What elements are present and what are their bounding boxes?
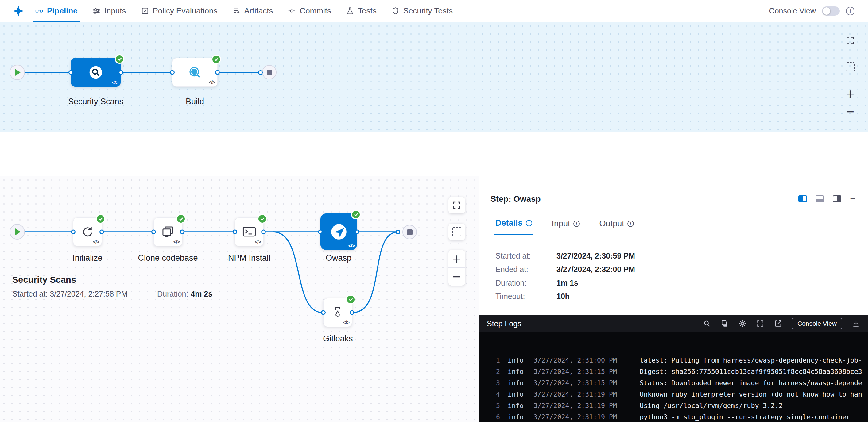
console-view-toggle[interactable] — [822, 6, 840, 15]
zoom-in-button[interactable]: + — [845, 87, 856, 101]
copy-icon[interactable] — [721, 320, 728, 328]
zoom-in-button[interactable]: + — [448, 250, 465, 268]
owasp-zap-icon — [329, 222, 348, 241]
step-node-gitleaks[interactable]: </> — [323, 298, 352, 327]
success-check-icon — [351, 210, 361, 219]
detail-value: 10h — [556, 292, 570, 301]
minus-icon: − — [453, 269, 461, 284]
layout-bottom-icon[interactable] — [815, 195, 824, 202]
nav-right-controls: Console View i — [769, 6, 855, 15]
stage-summary-bar: Security Scans Started at: 3/27/2024, 2:… — [0, 132, 868, 176]
tab-label: Commits — [300, 6, 331, 15]
step-graph-canvas[interactable]: </> Initialize </> Clone codebase </> — [0, 176, 479, 422]
step-node-owasp[interactable]: </> — [320, 214, 357, 250]
clone-codebase-icon — [161, 225, 175, 239]
fullscreen-icon[interactable] — [756, 320, 764, 328]
open-in-new-icon[interactable] — [774, 320, 782, 328]
info-icon[interactable]: i — [846, 7, 855, 15]
pipeline-start-node[interactable] — [9, 65, 25, 80]
detail-row: Ended at: 3/27/2024, 2:32:00 PM — [495, 262, 635, 276]
log-timestamp: 3/27/2024, 2:31:19 PM — [533, 402, 621, 410]
connector-dot — [71, 230, 75, 234]
collapse-panel-button[interactable]: − — [850, 194, 856, 204]
tab-inputs[interactable]: Inputs — [92, 0, 126, 22]
stage-node-security-scans[interactable]: </> — [71, 58, 121, 87]
stage-graph-canvas[interactable]: </> Security Scans </> Build + − — [0, 22, 868, 132]
step-details-panel: Step: Owasp − Details i Input i Output i — [479, 176, 868, 422]
step-type-code-glyph: </> — [343, 320, 349, 325]
tab-label: Pipeline — [47, 6, 78, 15]
download-icon[interactable] — [852, 320, 860, 328]
log-level: info — [508, 402, 533, 410]
gitleaks-drip-icon — [331, 306, 344, 319]
log-message: Using /usr/local/rvm/gems/ruby-3.2.2 — [640, 402, 783, 410]
log-level: info — [508, 379, 533, 387]
nav-tab-bar: Pipeline Inputs Policy Evaluations Artif… — [35, 0, 453, 22]
expand-canvas-button[interactable] — [845, 35, 856, 46]
layout-split-right-icon[interactable] — [833, 195, 841, 202]
stage-node-build[interactable]: </> — [172, 58, 218, 87]
console-view-button[interactable]: Console View — [792, 318, 842, 329]
plus-icon: + — [453, 252, 461, 266]
connector-dot — [258, 70, 263, 75]
step-type-code-glyph: </> — [174, 239, 180, 245]
step-connectors — [0, 176, 479, 422]
step-type-code-glyph: </> — [112, 80, 118, 85]
minus-icon: − — [846, 105, 855, 119]
marquee-select-button[interactable] — [448, 224, 465, 240]
expand-graph-button[interactable] — [448, 197, 465, 214]
pipeline-end-node[interactable] — [262, 65, 277, 79]
stage-end-node[interactable] — [402, 225, 417, 239]
harness-logo-icon[interactable] — [12, 5, 25, 17]
log-level: info — [508, 390, 533, 398]
zoom-control: + − — [448, 250, 465, 286]
step-node-npm-install[interactable]: </> — [235, 218, 264, 246]
tab-commits[interactable]: Commits — [288, 0, 331, 22]
tab-policy-evaluations[interactable]: Policy Evaluations — [141, 0, 218, 22]
build-stage-icon — [188, 66, 202, 79]
tab-artifacts[interactable]: Artifacts — [232, 0, 273, 22]
log-output[interactable]: 1 info 3/27/2024, 2:31:00 PM latest: Pul… — [479, 332, 868, 422]
line-number: 1 — [486, 356, 500, 364]
step-logs-panel: Step Logs Console View — [479, 315, 868, 422]
step-node-initialize[interactable]: </> — [73, 218, 102, 246]
connector-dot — [68, 70, 73, 75]
stage-start-node[interactable] — [9, 224, 25, 239]
zoom-out-button[interactable]: − — [448, 268, 465, 285]
tab-security-tests[interactable]: Security Tests — [391, 0, 453, 22]
stage-duration: Duration:4m 2s — [157, 290, 212, 298]
tab-pipeline[interactable]: Pipeline — [35, 0, 78, 22]
marquee-icon — [452, 227, 461, 236]
info-icon: i — [526, 220, 532, 226]
panel-layout-controls: − — [798, 194, 856, 204]
commits-icon — [288, 7, 296, 15]
log-message: Status: Downloaded newer image for harne… — [640, 379, 862, 387]
settings-gear-icon[interactable] — [739, 320, 746, 328]
log-timestamp: 3/27/2024, 2:31:00 PM — [533, 356, 621, 364]
layout-split-left-icon[interactable] — [798, 195, 807, 202]
marquee-select-button[interactable] — [845, 61, 856, 72]
line-number: 6 — [486, 413, 500, 421]
detail-label: Started at: — [495, 252, 556, 260]
tab-output[interactable]: Output i — [598, 218, 635, 235]
success-check-icon — [96, 214, 105, 224]
initialize-sync-icon — [81, 225, 94, 238]
connector-dot — [232, 230, 237, 234]
tab-details[interactable]: Details i — [494, 218, 533, 235]
shield-icon — [391, 7, 400, 15]
main-split: </> Initialize </> Clone codebase </> — [0, 176, 868, 422]
duration-label: Duration: — [157, 290, 188, 298]
success-check-icon — [212, 55, 221, 64]
tab-input[interactable]: Input i — [551, 218, 581, 235]
tab-label: Output — [599, 219, 624, 228]
log-message: latest: Pulling from harness/owasp-depen… — [640, 356, 862, 364]
connector-dot — [318, 229, 322, 234]
success-check-icon — [115, 54, 124, 64]
connector-dot — [215, 70, 220, 75]
step-node-clone-codebase[interactable]: </> — [153, 218, 182, 246]
zoom-out-button[interactable]: − — [845, 105, 856, 118]
tab-tests[interactable]: Tests — [346, 0, 377, 22]
detail-row: Started at: 3/27/2024, 2:30:59 PM — [495, 249, 635, 262]
search-icon[interactable] — [703, 320, 711, 328]
detail-value: 3/27/2024, 2:30:59 PM — [556, 252, 635, 260]
